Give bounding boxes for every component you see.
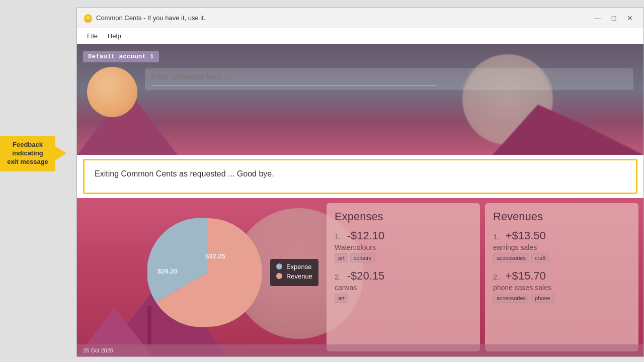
revenue-1-amount: 1. +$13.50 xyxy=(493,229,630,242)
command-divider xyxy=(151,85,437,86)
maximize-button[interactable]: □ xyxy=(606,11,621,25)
window-controls: — □ ✕ xyxy=(590,11,637,25)
revenue-1-name: earrings sales xyxy=(493,243,630,251)
exit-message-section: Exiting Common Cents as requested ... Go… xyxy=(77,155,643,198)
expense-2-amount: 2. -$20.15 xyxy=(335,269,472,283)
annotation-arrow xyxy=(55,146,75,160)
pie-revenue-label: $32.25 xyxy=(205,252,225,260)
annotation-text: Feedback indicating exit message xyxy=(0,136,55,171)
revenue-1-num: 1. xyxy=(493,232,500,241)
revenue-2-tags: accessories phone xyxy=(493,294,630,303)
revenue-1-value: +$13.50 xyxy=(506,229,546,242)
revenues-title: Revenues xyxy=(493,210,630,223)
revenues-panel: Revenues 1. +$13.50 earrings sales acces… xyxy=(485,203,638,351)
statusbar-date: 26 Oct 2020 xyxy=(83,347,113,353)
expense-1-name: Watercolours xyxy=(335,243,472,251)
expense-item-1: 1. -$12.10 Watercolours art colours xyxy=(335,229,472,262)
revenue-2-value: +$15.70 xyxy=(506,269,546,282)
revenue-2-amount: 2. +$15.70 xyxy=(493,269,630,283)
statusbar: 26 Oct 2020 xyxy=(77,344,643,356)
expense-2-value: -$20.15 xyxy=(347,269,385,282)
menu-help[interactable]: Help xyxy=(103,30,126,42)
minimize-button[interactable]: — xyxy=(590,11,605,25)
exit-message-text: Exiting Common Cents as requested ... Go… xyxy=(95,169,274,178)
expenses-title: Expenses xyxy=(335,210,472,223)
account-tab[interactable]: Default account 1 xyxy=(83,51,159,62)
data-panels: Expenses 1. -$12.10 Watercolours art col… xyxy=(321,203,643,351)
expenses-panel: Expenses 1. -$12.10 Watercolours art col… xyxy=(327,203,480,351)
expense-1-value: -$12.10 xyxy=(347,229,385,242)
tag-accessories: accessories xyxy=(493,253,529,262)
legend-expense-label: Expense xyxy=(286,263,312,270)
chart-area: $29.20 $32.25 Expense Revenue xyxy=(92,203,324,341)
close-button[interactable]: ✕ xyxy=(622,11,637,25)
window-title: Common Cents - If you have it, use it. xyxy=(96,14,590,22)
exit-message-box: Exiting Common Cents as requested ... Go… xyxy=(83,159,637,194)
command-area[interactable] xyxy=(145,68,633,90)
top-section: Default account 1 xyxy=(77,44,643,155)
revenue-1-tags: accessories craft xyxy=(493,253,630,262)
tag-accessories2: accessories xyxy=(493,294,529,303)
revenue-2-name: phone cases sales xyxy=(493,284,630,292)
legend-expense-dot xyxy=(276,263,282,269)
legend-revenue-dot xyxy=(276,273,282,279)
expense-1-tags: art colours xyxy=(335,253,472,262)
main-window: 🪙 Common Cents - If you have it, use it.… xyxy=(76,8,644,357)
expense-1-num: 1. xyxy=(335,232,341,241)
pie-chart-wrapper: $29.20 $32.25 xyxy=(147,212,268,333)
expense-2-name: canvas xyxy=(335,284,472,292)
tag-art: art xyxy=(335,253,348,262)
app-icon: 🪙 xyxy=(83,14,92,23)
annotation-container: Feedback indicating exit message xyxy=(0,136,75,171)
menubar: File Help xyxy=(77,28,643,44)
tag-art2: art xyxy=(335,294,348,303)
menu-file[interactable]: File xyxy=(82,30,103,42)
expense-1-amount: 1. -$12.10 xyxy=(335,229,472,242)
legend-revenue-label: Revenue xyxy=(286,273,312,280)
expense-item-2: 2. -$20.15 canvas art xyxy=(335,269,472,303)
tag-craft: craft xyxy=(531,253,549,262)
tag-colours: colours xyxy=(350,253,375,262)
legend-expense: Expense xyxy=(276,263,312,270)
main-content: Default account 1 Exiting Common Cents a… xyxy=(77,44,643,356)
avatar xyxy=(87,67,137,117)
revenue-item-1: 1. +$13.50 earrings sales accessories cr… xyxy=(493,229,630,262)
revenue-item-2: 2. +$15.70 phone cases sales accessories… xyxy=(493,269,630,303)
chart-legend: Expense Revenue xyxy=(270,259,318,286)
bottom-section: $29.20 $32.25 Expense Revenue xyxy=(77,198,643,356)
legend-revenue: Revenue xyxy=(276,273,312,280)
pie-expense-label: $29.20 xyxy=(157,267,178,275)
tag-phone: phone xyxy=(531,294,554,303)
top-blur-overlay xyxy=(77,44,643,155)
revenue-2-num: 2. xyxy=(493,273,500,281)
titlebar: 🪙 Common Cents - If you have it, use it.… xyxy=(77,8,643,28)
expense-2-tags: art xyxy=(335,294,472,303)
command-input[interactable] xyxy=(151,72,627,81)
expense-2-num: 2. xyxy=(335,273,341,281)
